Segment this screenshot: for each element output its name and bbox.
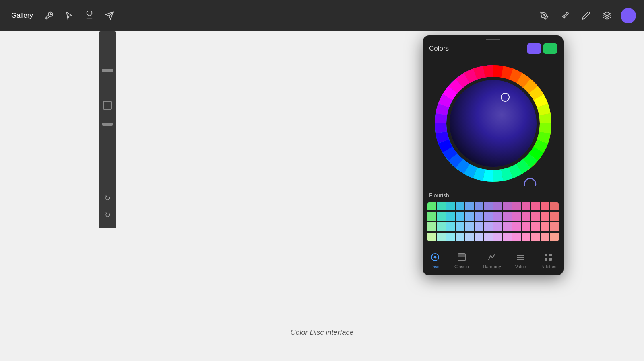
palette-cell[interactable]	[512, 222, 521, 231]
palettes-tab-icon	[543, 252, 553, 263]
palette-cell[interactable]	[503, 222, 511, 231]
palette-cell[interactable]	[465, 233, 474, 241]
palette-cell[interactable]	[550, 222, 559, 231]
palette-cell[interactable]	[437, 233, 445, 241]
gallery-button[interactable]: Gallery	[8, 10, 36, 21]
palette-cell[interactable]	[493, 233, 502, 241]
palette-cell[interactable]	[484, 233, 493, 241]
palette-cell[interactable]	[493, 202, 502, 210]
layers-icon[interactable]	[600, 8, 614, 23]
palette-cell[interactable]	[541, 233, 549, 241]
disc-tab-label: Disc	[431, 264, 439, 269]
toolbar-left: Gallery	[8, 8, 117, 23]
palette-cell[interactable]	[493, 222, 502, 231]
palette-cell[interactable]	[550, 202, 559, 210]
palette-cell[interactable]	[522, 202, 530, 210]
layer-thumbnail[interactable]	[103, 101, 112, 110]
palette-cell[interactable]	[427, 222, 436, 231]
palette-cell[interactable]	[522, 212, 530, 221]
palette-cell[interactable]	[427, 233, 436, 241]
pencil-icon[interactable]	[579, 8, 593, 23]
more-options-dots[interactable]: ···	[322, 12, 332, 20]
tab-disc[interactable]: Disc	[425, 250, 445, 271]
tab-classic[interactable]: Classic	[450, 250, 473, 271]
handle-bar	[486, 39, 500, 40]
panel-title: Colors	[429, 45, 449, 53]
palette-name: Flourish	[423, 191, 564, 202]
palette-cell[interactable]	[465, 212, 474, 221]
opacity-slider-handle[interactable]	[102, 69, 113, 72]
palette-cell[interactable]	[531, 233, 540, 241]
color-palette-grid[interactable]	[427, 202, 559, 242]
classic-tab-icon	[456, 252, 467, 263]
color-wheel-container[interactable]	[423, 58, 564, 191]
selection-icon[interactable]	[62, 8, 76, 23]
redo-button[interactable]: ↻	[105, 211, 111, 219]
palette-cell[interactable]	[446, 222, 455, 231]
palette-cell[interactable]	[465, 222, 474, 231]
palette-cell[interactable]	[456, 202, 464, 210]
palette-cell[interactable]	[437, 212, 445, 221]
svg-point-13	[434, 256, 436, 258]
palette-cell[interactable]	[493, 212, 502, 221]
panel-color-swatches	[527, 43, 557, 54]
palette-cell[interactable]	[531, 202, 540, 210]
palette-cell[interactable]	[512, 233, 521, 241]
left-sidebar: ↺ ↻	[99, 31, 116, 228]
brush-icon[interactable]	[558, 8, 572, 23]
palette-cell[interactable]	[427, 202, 436, 210]
svg-point-11	[524, 178, 536, 186]
palette-cell[interactable]	[550, 212, 559, 221]
palette-cell[interactable]	[475, 222, 483, 231]
active-color-button[interactable]	[621, 8, 636, 23]
smudge-icon[interactable]	[82, 8, 97, 23]
palette-cell[interactable]	[522, 233, 530, 241]
palette-cell[interactable]	[550, 233, 559, 241]
palette-cell[interactable]	[531, 212, 540, 221]
svg-rect-21	[545, 258, 547, 261]
tab-value[interactable]: Value	[510, 250, 531, 271]
palette-cell[interactable]	[475, 202, 483, 210]
undo-button[interactable]: ↺	[105, 194, 111, 203]
primary-color-swatch[interactable]	[527, 43, 541, 54]
palette-cell[interactable]	[503, 202, 511, 210]
palette-cell[interactable]	[446, 212, 455, 221]
palette-cell[interactable]	[475, 233, 483, 241]
palette-cell[interactable]	[512, 212, 521, 221]
palette-cell[interactable]	[503, 233, 511, 241]
palette-cell[interactable]	[522, 222, 530, 231]
classic-tab-label: Classic	[454, 264, 469, 269]
tab-harmony[interactable]: Harmony	[478, 250, 506, 271]
toolbar: Gallery ···	[0, 0, 644, 31]
palette-cell[interactable]	[512, 202, 521, 210]
palette-cell[interactable]	[465, 202, 474, 210]
palette-cell[interactable]	[437, 202, 445, 210]
palette-cell[interactable]	[456, 233, 464, 241]
color-wheel[interactable]	[431, 61, 555, 186]
palette-cell[interactable]	[484, 222, 493, 231]
transform-icon[interactable]	[102, 8, 117, 23]
palette-cell[interactable]	[446, 202, 455, 210]
palette-cell[interactable]	[427, 212, 436, 221]
toolbar-right	[537, 8, 636, 23]
palette-cell[interactable]	[541, 222, 549, 231]
tab-palettes[interactable]: Palettes	[536, 250, 561, 271]
secondary-color-swatch[interactable]	[543, 43, 557, 54]
pen-nib-icon[interactable]	[537, 8, 551, 23]
palette-cell[interactable]	[531, 222, 540, 231]
palette-cell[interactable]	[456, 212, 464, 221]
value-tab-icon	[515, 252, 526, 263]
palette-cell[interactable]	[437, 222, 445, 231]
wrench-icon[interactable]	[42, 8, 56, 23]
palette-cell[interactable]	[446, 233, 455, 241]
palette-cell[interactable]	[456, 222, 464, 231]
palette-cell[interactable]	[484, 202, 493, 210]
caption: Color Disc interface	[290, 328, 353, 337]
palette-cell[interactable]	[541, 202, 549, 210]
size-slider-handle[interactable]	[102, 123, 113, 126]
palette-cell[interactable]	[484, 212, 493, 221]
panel-drag-handle[interactable]	[423, 35, 564, 42]
palette-cell[interactable]	[475, 212, 483, 221]
palette-cell[interactable]	[503, 212, 511, 221]
palette-cell[interactable]	[541, 212, 549, 221]
